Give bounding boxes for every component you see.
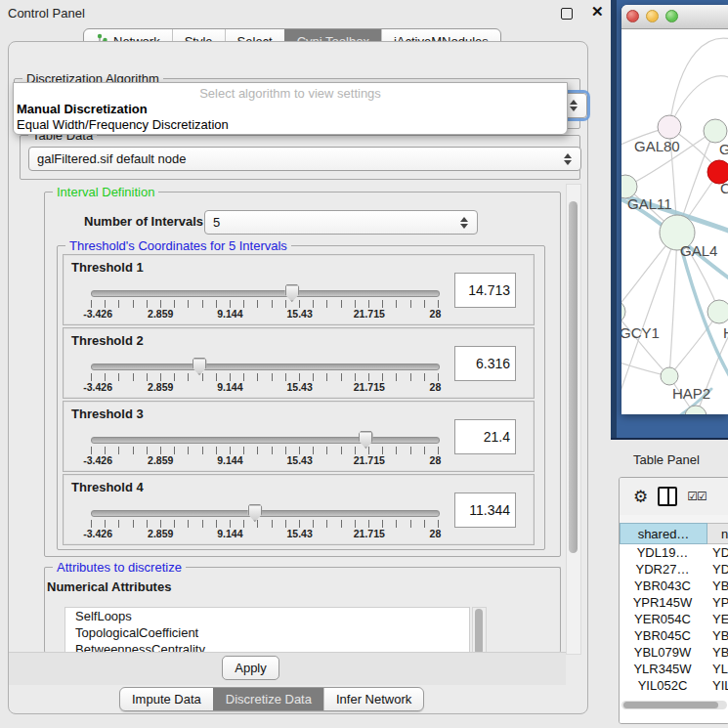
table-row[interactable]: YBR043CYBR0: [620, 578, 728, 594]
float-window-icon[interactable]: [561, 8, 573, 20]
network-canvas[interactable]: GAL80 GA C GAL11 GAL4 GCY1 H HAP2: [621, 29, 728, 414]
node-label-gcy1: GCY1: [621, 324, 660, 341]
threshold-2-label: Threshold 2: [71, 333, 144, 348]
node-table: shared… na YDL19…YDL1YDR27…YDR2YBR043CYB…: [620, 523, 728, 723]
table-horizontal-scrollbar[interactable]: [621, 701, 727, 709]
attributes-group-title: Attributes to discretize: [53, 560, 186, 575]
threshold-1-slider[interactable]: [91, 290, 440, 297]
threshold-4-value-field[interactable]: 11.344: [454, 492, 516, 528]
cell-shared-name[interactable]: YIL052C: [620, 677, 706, 694]
cell-shared-name[interactable]: YDL19…: [620, 544, 706, 561]
cell-name[interactable]: YBR0: [706, 578, 728, 594]
table-row[interactable]: YDL19…YDL1: [620, 544, 728, 561]
node-label-hap2: HAP2: [672, 385, 710, 402]
table-panel-title: Table Panel: [633, 452, 700, 467]
node-hap2[interactable]: [661, 367, 678, 385]
threshold-2-value-field[interactable]: 6.316: [454, 346, 516, 381]
close-icon[interactable]: ✕: [591, 3, 604, 21]
cell-name[interactable]: YBL0: [706, 644, 728, 661]
tab-impute-data[interactable]: Impute Data: [120, 688, 213, 710]
thresholds-group: Threshold's Coordinates for 5 Intervals …: [57, 245, 545, 550]
number-of-intervals-label: Number of Intervals: [84, 214, 203, 229]
threshold-1-label: Threshold 1: [71, 260, 144, 275]
thresholds-group-title: Threshold's Coordinates for 5 Intervals: [65, 238, 291, 253]
table-body: YDL19…YDL1YDR27…YDR2YBR043CYBR0YPR145WYP…: [620, 544, 728, 694]
bottom-tab-strip: Impute Data Discretize Data Infer Networ…: [119, 687, 424, 711]
network-window-titlebar[interactable]: [621, 5, 728, 29]
cell-name[interactable]: YER0: [706, 611, 728, 627]
cell-shared-name[interactable]: YBL079W: [620, 644, 706, 661]
tab-discretize-data[interactable]: Discretize Data: [213, 688, 323, 710]
node-top-right[interactable]: [704, 119, 727, 143]
cell-shared-name[interactable]: YLR345W: [620, 661, 706, 677]
node-label-c-partial: C: [720, 180, 728, 196]
table-row[interactable]: YLR345WYLR3: [620, 661, 728, 677]
column-header-shared-name[interactable]: shared…: [620, 523, 707, 544]
cell-name[interactable]: YPR1: [706, 594, 728, 611]
network-view-window: GAL80 GA C GAL11 GAL4 GCY1 H HAP2: [621, 5, 728, 414]
mac-close-icon[interactable]: [626, 10, 639, 22]
table-row[interactable]: YBL079WYBL0: [620, 644, 728, 661]
cell-name[interactable]: YBR0: [706, 627, 728, 644]
cell-name[interactable]: YDR2: [706, 561, 728, 578]
cell-shared-name[interactable]: YBR043C: [620, 578, 706, 594]
slider-tick-labels: -3.4262.8599.14415.4321.71528: [91, 381, 439, 394]
table-panel-body: ⚙ ☑☑ shared… na YDL19…YDL1YDR27…YDR2YBR0…: [619, 477, 728, 724]
attribute-list-item[interactable]: SelfLoops: [65, 608, 469, 624]
threshold-3-value-field[interactable]: 21.4: [454, 419, 516, 454]
cell-shared-name[interactable]: YDR27…: [620, 561, 706, 578]
cell-name[interactable]: YDL1: [706, 544, 728, 561]
split-columns-icon[interactable]: [658, 487, 677, 506]
dropdown-option-equal-width-frequency[interactable]: Equal Width/Frequency Discretization: [17, 117, 229, 132]
cell-shared-name[interactable]: YBR045C: [620, 627, 706, 644]
slider-ticks: [91, 300, 439, 308]
apply-button[interactable]: Apply: [222, 656, 279, 680]
threshold-4-slider[interactable]: [91, 510, 440, 517]
cell-name[interactable]: YLR3: [706, 661, 728, 677]
slider-tick-labels: -3.4262.8599.14415.4321.71528: [91, 454, 439, 467]
threshold-2-slider[interactable]: [91, 364, 440, 370]
cell-shared-name[interactable]: YER054C: [620, 611, 706, 627]
node-label-ga-partial: GA: [719, 141, 728, 157]
gear-icon[interactable]: ⚙: [633, 489, 648, 505]
number-of-intervals-value: 5: [213, 215, 220, 230]
dropdown-option-manual-discretization[interactable]: Manual Discretization: [17, 102, 148, 116]
table-data-combo[interactable]: galFiltered.sif default node: [28, 147, 581, 171]
cell-shared-name[interactable]: YPR145W: [620, 594, 706, 611]
slider-tick-labels: -3.4262.8599.14415.4321.71528: [91, 528, 439, 540]
slider-ticks: [91, 447, 439, 454]
slider-tick-labels: -3.4262.8599.14415.4321.71528: [91, 308, 439, 321]
attributes-group: Attributes to discretize Numerical Attri…: [44, 567, 561, 653]
select-columns-icon[interactable]: ☑☑: [687, 490, 707, 503]
column-header-name[interactable]: na: [707, 523, 728, 544]
node-right-h[interactable]: [707, 300, 728, 323]
table-row[interactable]: YBR045CYBR0: [620, 627, 728, 644]
combo-stepper-icon: [455, 217, 477, 229]
node-label-gal11: GAL11: [627, 195, 672, 212]
node-gal80[interactable]: [658, 115, 681, 139]
threshold-1-panel: Threshold 1 -3.4262.8599.14415.4321.7152…: [63, 254, 535, 325]
table-panel-window: Table Panel ⚙ ☑☑ shared… na YDL19…YDL1YD…: [611, 438, 728, 728]
number-of-intervals-combo[interactable]: 5: [204, 210, 478, 235]
node-bottom-partial[interactable]: [685, 406, 707, 414]
attribute-list-item[interactable]: TopologicalCoefficient: [65, 624, 469, 641]
table-row[interactable]: YDR27…YDR2: [620, 561, 728, 578]
node-label-gal4: GAL4: [680, 242, 717, 259]
mac-minimize-icon[interactable]: [646, 10, 659, 22]
table-row[interactable]: YPR145WYPR1: [620, 594, 728, 611]
mac-zoom-icon[interactable]: [665, 10, 678, 22]
combo-stepper-icon: [565, 100, 586, 111]
tab-infer-network[interactable]: Infer Network: [323, 688, 423, 710]
app-root: Control Panel ✕ Network Style Select Cyn…: [0, 0, 728, 728]
algorithm-dropdown-popup: Select algorithm to view settings Manual…: [13, 82, 568, 135]
node-label-gal80: GAL80: [634, 138, 680, 154]
table-row[interactable]: YIL052CYIL0: [620, 677, 728, 694]
node-gcy1[interactable]: [621, 300, 625, 323]
settings-scrollbar[interactable]: [566, 184, 581, 655]
numerical-attributes-label: Numerical Attributes: [47, 579, 171, 594]
cell-name[interactable]: YIL0: [706, 677, 728, 694]
threshold-1-value-field[interactable]: 14.713: [454, 273, 516, 308]
algorithm-dropdown-placeholder: Select algorithm to view settings: [14, 86, 567, 101]
table-row[interactable]: YER054CYER0: [620, 611, 728, 627]
threshold-3-slider[interactable]: [91, 437, 440, 444]
